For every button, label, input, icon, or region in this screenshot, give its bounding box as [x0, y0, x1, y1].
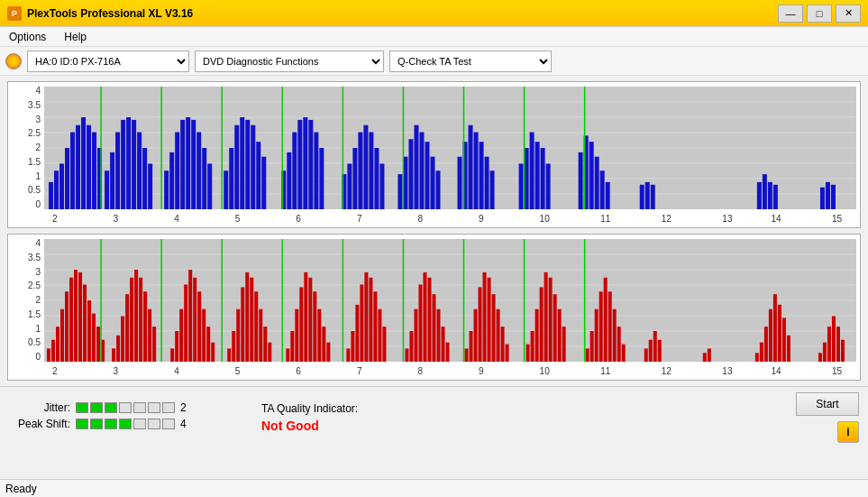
svg-rect-231: [841, 340, 845, 362]
svg-rect-212: [644, 348, 648, 362]
close-button[interactable]: ✕: [836, 5, 861, 23]
svg-rect-180: [432, 294, 435, 362]
svg-rect-44: [287, 152, 291, 209]
test-select[interactable]: Q-Check TA Test: [389, 51, 552, 72]
top-chart-x-axis: 2 3 4 5 6 7 8 9 10 11 12 13 14 15: [44, 209, 856, 227]
svg-rect-12: [76, 125, 80, 209]
jitter-seg-5: [133, 402, 146, 413]
svg-rect-141: [197, 291, 201, 362]
svg-rect-32: [196, 133, 201, 209]
svg-rect-125: [112, 348, 115, 362]
peak-seg-1: [76, 419, 88, 429]
svg-rect-230: [836, 327, 840, 362]
jitter-row: Jitter: 2: [9, 401, 243, 414]
top-chart: 4 3.5 3 2.5 2 1.5 1 0.5 0: [7, 81, 861, 228]
drive-select[interactable]: HA:0 ID:0 PX-716A: [27, 51, 189, 72]
svg-rect-115: [60, 309, 64, 362]
svg-rect-171: [373, 291, 377, 362]
bottom-chart-svg: [44, 239, 856, 362]
jitter-seg-6: [148, 402, 160, 413]
svg-rect-187: [479, 287, 482, 362]
metrics-left: Jitter: 2 Peak Shift:: [9, 401, 243, 434]
svg-rect-229: [832, 316, 836, 362]
svg-rect-83: [595, 157, 599, 209]
svg-rect-225: [787, 336, 790, 362]
svg-rect-66: [435, 170, 440, 209]
svg-rect-167: [355, 305, 359, 362]
start-button-area: Start i: [442, 392, 859, 443]
svg-rect-149: [245, 272, 249, 362]
start-button[interactable]: Start: [796, 392, 859, 416]
svg-rect-181: [436, 309, 440, 362]
svg-rect-56: [369, 133, 373, 209]
svg-rect-175: [409, 331, 413, 362]
svg-rect-216: [703, 353, 707, 362]
svg-rect-29: [180, 120, 185, 209]
svg-rect-76: [530, 133, 535, 209]
svg-rect-148: [241, 287, 244, 362]
svg-rect-55: [363, 125, 368, 209]
svg-rect-169: [364, 272, 368, 362]
svg-rect-114: [56, 327, 59, 362]
peak-seg-2: [90, 419, 103, 429]
svg-rect-18: [110, 152, 114, 209]
svg-rect-30: [186, 117, 190, 209]
minimize-button[interactable]: —: [778, 5, 803, 23]
svg-rect-152: [259, 309, 262, 362]
svg-rect-92: [773, 185, 778, 209]
svg-rect-218: [755, 353, 759, 362]
svg-rect-144: [211, 343, 215, 362]
svg-rect-78: [541, 148, 545, 209]
maximize-button[interactable]: □: [807, 5, 832, 23]
svg-rect-166: [351, 331, 354, 362]
svg-rect-85: [606, 182, 610, 209]
peak-seg-3: [105, 419, 117, 429]
svg-rect-204: [590, 331, 594, 362]
svg-rect-49: [314, 133, 318, 209]
svg-rect-178: [423, 272, 426, 362]
svg-rect-17: [105, 170, 109, 209]
svg-rect-69: [469, 125, 473, 209]
svg-rect-137: [179, 309, 183, 362]
peak-shift-row: Peak Shift: 4: [9, 418, 243, 430]
ta-quality-panel: TA Quality Indicator: Not Good: [243, 402, 442, 433]
menu-bar: Options Help: [0, 27, 868, 47]
svg-rect-211: [622, 345, 626, 362]
title-controls: — □ ✕: [778, 5, 861, 23]
svg-rect-37: [234, 125, 239, 209]
jitter-seg-1: [76, 402, 88, 413]
svg-rect-193: [506, 345, 509, 362]
svg-rect-46: [297, 120, 302, 209]
drive-icon: [5, 53, 22, 69]
svg-rect-143: [206, 327, 210, 362]
svg-rect-133: [148, 309, 151, 362]
svg-rect-116: [65, 291, 69, 362]
svg-rect-177: [418, 285, 422, 362]
peak-seg-7: [162, 419, 175, 429]
function-select[interactable]: DVD Diagnostic Functions: [195, 51, 384, 72]
svg-rect-31: [191, 120, 196, 209]
top-chart-y-axis: 4 3.5 3 2.5 2 1.5 1 0.5 0: [8, 87, 44, 209]
info-button[interactable]: i: [837, 421, 859, 443]
peak-shift-meter: [76, 419, 175, 429]
svg-rect-64: [425, 142, 429, 209]
svg-rect-21: [126, 117, 131, 209]
svg-rect-145: [227, 348, 231, 362]
menu-help[interactable]: Help: [60, 29, 90, 45]
status-bar: Ready: [0, 479, 868, 497]
svg-rect-89: [757, 182, 762, 209]
svg-rect-123: [96, 327, 100, 362]
svg-rect-86: [640, 185, 644, 209]
svg-rect-42: [261, 157, 266, 209]
svg-rect-9: [59, 163, 64, 209]
svg-rect-200: [553, 294, 557, 362]
title-left: P PlexTools Professional XL V3.16: [7, 6, 193, 21]
menu-options[interactable]: Options: [5, 29, 50, 45]
svg-rect-221: [769, 309, 772, 362]
svg-rect-130: [134, 270, 138, 362]
svg-rect-162: [317, 309, 321, 362]
svg-rect-150: [250, 278, 253, 362]
svg-rect-38: [240, 117, 244, 209]
bottom-chart-y-axis: 4 3.5 3 2.5 2 1.5 1 0.5 0: [8, 239, 44, 362]
svg-rect-73: [490, 170, 495, 209]
